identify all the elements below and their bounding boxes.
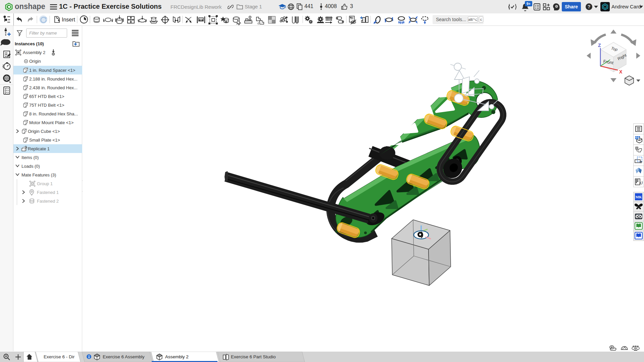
svg-text:Z: Z <box>598 43 601 48</box>
svg-text:?: ? <box>588 4 591 9</box>
svg-text:X: X <box>619 69 623 74</box>
svg-text:MK: MK <box>636 195 642 199</box>
svg-text:Assembly 2: Assembly 2 <box>165 354 189 359</box>
svg-text:Exercise 6 Part Studio: Exercise 6 Part Studio <box>231 354 276 359</box>
svg-text:Exercise 6 - Dir: Exercise 6 - Dir <box>44 354 75 359</box>
svg-text:Exercise 6 Assembly: Exercise 6 Assembly <box>103 354 145 359</box>
svg-text:Insert: Insert <box>62 17 76 22</box>
svg-text:x): x) <box>639 180 643 185</box>
